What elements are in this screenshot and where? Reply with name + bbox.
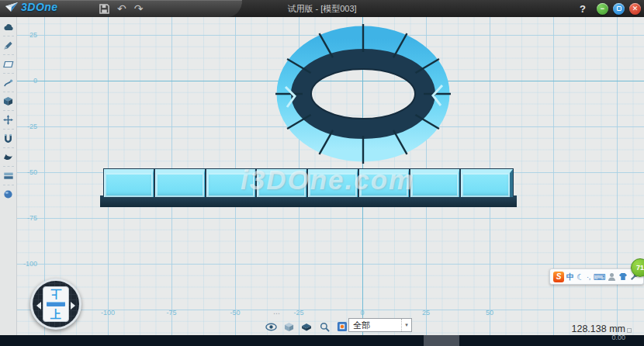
sidebar-item-cloud-library[interactable] [1, 19, 16, 34]
status-secondary-value: 0.00 [611, 335, 625, 341]
view-cube-icon [284, 322, 294, 332]
ring-segment-dividers [275, 24, 451, 164]
swoosh-icon [3, 153, 13, 161]
sidebar-item-assembly-magnet[interactable] [1, 131, 16, 146]
nav-arrow-left-icon[interactable] [36, 302, 41, 310]
x-tick: 50 [486, 309, 493, 317]
y-tick: -50 [19, 168, 37, 176]
ime-skin-shirt-icon[interactable] [618, 272, 628, 281]
y-tick: 25 [19, 31, 37, 39]
measurement-readout: 128.138 mm [572, 324, 632, 334]
cube-icon [3, 96, 13, 106]
filter-icon [337, 321, 348, 332]
bar-segment[interactable] [410, 169, 460, 197]
bar-segment[interactable] [461, 169, 513, 197]
measurement-value: 128.138 mm [572, 324, 625, 334]
ime-toolbar: S 中 ☾ ·, ⌨ [549, 268, 644, 285]
toolbar-grip[interactable]: ⋯ [273, 310, 281, 317]
dropdown-caret-icon[interactable]: ▾ [401, 319, 411, 331]
bar-segments [104, 169, 513, 197]
minimize-button[interactable]: − [597, 3, 608, 15]
save-icon[interactable] [99, 4, 109, 14]
sidebar-item-render-sphere[interactable] [1, 187, 16, 202]
selection-filter-button[interactable] [336, 320, 348, 333]
view-navigation-ball[interactable]: 上 上 [30, 279, 81, 330]
ime-brand-icon[interactable]: S [553, 272, 564, 282]
display-mode-icon [301, 323, 312, 331]
view-cube-button[interactable] [282, 320, 295, 333]
sidebar-divider [3, 185, 14, 185]
x-tick: -50 [230, 309, 240, 317]
bar-model[interactable] [100, 168, 517, 208]
sphere-icon [3, 189, 13, 199]
sidebar-divider [3, 54, 14, 55]
ime-user-icon[interactable] [608, 272, 616, 282]
restore-icon [617, 6, 621, 11]
sidebar-divider [3, 110, 14, 111]
view-cube-face[interactable]: 上 上 [43, 286, 69, 322]
sidebar-divider [3, 36, 14, 36]
plane-rect-icon [3, 60, 14, 69]
close-button[interactable]: ✕ [629, 3, 641, 15]
move-cross-icon [3, 115, 13, 125]
brush-icon [3, 40, 13, 50]
ime-fullwidth-moon-icon[interactable]: ☾ [576, 272, 584, 282]
visibility-eye-button[interactable] [265, 320, 277, 333]
app-logo: 3DOne [5, 1, 58, 13]
bar-segment[interactable] [257, 169, 306, 197]
tool-sidebar [0, 17, 17, 335]
measurement-unit-toggle-icon[interactable] [627, 328, 632, 333]
app-logo-text: 3DOne [21, 1, 58, 13]
ime-punctuation-icon[interactable]: ·, [587, 272, 591, 282]
title-bar: 3DOne ↶ ↷ 试用版 - [模型003] ? − ✕ [0, 0, 644, 17]
display-mode-button[interactable] [300, 320, 313, 333]
sidebar-item-move-tool[interactable] [1, 112, 16, 127]
viewport-canvas[interactable]: 25 0 -25 -50 -75 -100 -100 -75 -50 -25 0… [17, 17, 644, 335]
sidebar-divider [3, 166, 14, 167]
ring-model[interactable] [268, 22, 455, 177]
maximize-button[interactable] [613, 3, 625, 15]
x-tick: -25 [293, 309, 303, 317]
sidebar-item-special-curve[interactable] [1, 75, 16, 90]
quick-toolbar: ↶ ↷ [99, 0, 143, 17]
magnet-icon [3, 133, 13, 144]
filter-selected-value: 全部 [349, 320, 401, 331]
selection-filter-dropdown[interactable]: 全部 ▾ [348, 318, 412, 332]
window-title: 试用版 - [模型003] [287, 0, 356, 17]
view-face-label-top: 上 [50, 289, 61, 299]
y-tick: -100 [19, 260, 37, 268]
bar-segment[interactable] [155, 169, 205, 197]
x-tick: 0 [360, 309, 364, 317]
app-window: 3DOne ↶ ↷ 试用版 - [模型003] ? − ✕ [0, 0, 644, 346]
x-tick: -100 [101, 309, 115, 317]
taskbar-segment[interactable] [424, 335, 459, 346]
sidebar-item-material-layers[interactable] [1, 168, 16, 183]
bar-base-plate [100, 195, 517, 207]
curve-icon [3, 78, 13, 88]
sidebar-item-solid-primitive[interactable] [1, 94, 16, 109]
bar-segment[interactable] [206, 169, 256, 197]
ime-language-mode[interactable]: 中 [566, 272, 574, 282]
eye-icon [265, 323, 277, 331]
bar-segment[interactable] [359, 169, 409, 197]
y-tick: -75 [19, 214, 37, 222]
view-face-label-bottom: 上 [50, 309, 61, 320]
bar-segment[interactable] [308, 169, 358, 197]
sidebar-divider [3, 73, 14, 74]
redo-button[interactable]: ↷ [134, 1, 144, 16]
view-face-divider [47, 302, 65, 306]
nav-arrow-right-icon[interactable] [71, 302, 75, 310]
ime-notification-badge[interactable]: 71 [631, 258, 644, 277]
paper-plane-icon [5, 2, 19, 13]
ime-keyboard-icon[interactable]: ⌨ [593, 272, 605, 282]
bar-segment[interactable] [104, 169, 154, 197]
undo-button[interactable]: ↶ [117, 1, 126, 16]
help-button[interactable]: ? [580, 3, 586, 15]
sidebar-divider [3, 147, 14, 148]
sidebar-item-sketch-brush[interactable] [1, 38, 16, 53]
sidebar-item-special-shape[interactable] [1, 150, 16, 164]
zoom-button[interactable] [318, 320, 331, 333]
y-tick: -25 [19, 123, 37, 130]
x-tick: 25 [422, 309, 430, 317]
sidebar-item-sketch-plane[interactable] [1, 57, 16, 71]
